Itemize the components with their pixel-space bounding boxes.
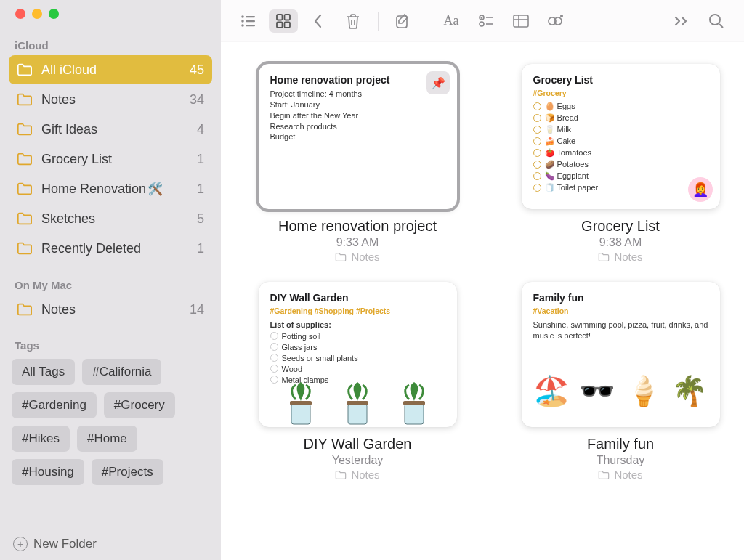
folder-icon [17,92,33,107]
note-body: Sunshine, swimming pool, pizza, fruit, d… [533,320,708,341]
folder-item[interactable]: Notes 14 [9,295,212,324]
link-button[interactable] [541,9,570,33]
tag-chip[interactable]: #California [82,359,161,385]
view-grid-button[interactable] [269,9,298,33]
folder-label: Gift Ideas [41,122,197,137]
supply-item: Glass jars [270,343,445,352]
folder-item[interactable]: All iCloud 45 [9,55,212,84]
note-body: Project timeline: 4 months Start: Januar… [270,89,445,142]
compose-button[interactable] [389,9,418,33]
note-card-title: DIY Wall Garden [270,292,445,304]
note-grocery-list[interactable]: Grocery List#Grocery🥚 Eggs🍞 Bread🥛 Milk🍰… [504,64,737,263]
svg-rect-6 [277,15,283,20]
table-icon [513,15,529,28]
supply-item: Seeds or small plants [270,354,445,362]
folder-icon [17,151,33,167]
folder-label: Home Renovation🛠️ [41,182,197,197]
check-circle-icon [533,126,541,134]
new-folder-label: New Folder [33,537,97,551]
folder-item[interactable]: Grocery List 1 [9,145,212,174]
svg-point-22 [710,15,720,25]
svg-rect-27 [347,401,368,405]
note-time: 9:38 AM [599,236,642,249]
folder-count: 5 [197,211,204,227]
check-circle-icon [533,172,541,180]
note-time: Thursday [597,454,645,467]
svg-rect-9 [285,22,291,28]
check-circle-icon [533,161,541,169]
check-circle-icon [270,365,278,373]
more-button[interactable] [667,9,696,33]
checklist-button[interactable] [472,9,501,33]
svg-rect-15 [514,15,528,27]
note-card[interactable]: Family fun#VacationSunshine, swimming po… [522,282,720,427]
folder-count: 14 [190,302,204,317]
tag-chip[interactable]: All Tags [12,359,75,385]
link-icon [547,14,565,28]
check-circle-icon [270,332,278,340]
check-circle-icon [533,102,541,110]
pin-icon[interactable]: 📌 [426,71,450,94]
note-folder: Notes [335,468,379,481]
main-pane: Aa Home renovation project [221,0,744,560]
window-zoom[interactable] [49,9,59,19]
tag-chip[interactable]: #Projects [92,459,163,485]
note-card[interactable]: DIY Wall Garden#Gardening #Shopping #Pro… [259,282,457,427]
tag-chip[interactable]: #Hikes [12,426,70,452]
tag-chip[interactable]: #Housing [12,459,84,485]
folder-icon [17,240,33,256]
supply-item: Wood [270,365,445,373]
view-list-button[interactable] [234,9,263,33]
note-card-hashtags: #Gardening #Shopping #Projects [270,307,445,315]
note-supplies: Potting soilGlass jarsSeeds or small pla… [270,332,445,384]
tag-chip[interactable]: #Home [77,426,137,452]
folder-count: 4 [197,122,204,137]
svg-rect-24 [291,404,310,424]
checklist-item: 🥚 Eggs [533,102,708,111]
note-card-title: Grocery List [533,74,708,86]
note-card[interactable]: Grocery List#Grocery🥚 Eggs🍞 Bread🥛 Milk🍰… [522,64,720,209]
check-circle-icon [533,114,541,122]
note-card-title: Family fun [533,292,708,304]
family-illustration: 🏖️🕶️🍦🌴 [529,360,713,421]
folder-item[interactable]: Recently Deleted 1 [9,234,212,263]
folder-label: Recently Deleted [41,241,197,256]
folder-item[interactable]: Notes 34 [9,85,212,114]
window-minimize[interactable] [32,9,42,19]
folder-item[interactable]: Gift Ideas 4 [9,115,212,144]
note-body: List of supplies: [270,320,445,330]
table-button[interactable] [506,9,535,33]
search-button[interactable] [702,9,731,33]
svg-point-13 [480,22,484,26]
note-home-renovation[interactable]: Home renovation projectProject timeline:… [241,64,474,263]
note-card-hashtags: #Grocery [533,89,708,97]
sidebar: iCloud All iCloud 45 Notes 34 Gift Ideas… [0,0,221,560]
delete-button[interactable] [339,9,368,33]
folder-item[interactable]: Sketches 5 [9,204,212,233]
collaborator-avatar: 👩‍🦰 [688,177,713,202]
section-header: On My Mac [0,276,221,294]
folder-count: 34 [190,92,204,107]
back-button[interactable] [304,9,333,33]
tags-list: All Tags#California#Gardening#Grocery#Hi… [0,359,221,485]
checklist-item: 🥛 Milk [533,125,708,134]
format-button[interactable]: Aa [437,9,466,33]
chevrons-right-icon [674,16,690,26]
svg-rect-3 [246,20,255,22]
list-icon [240,15,256,28]
tag-chip[interactable]: #Gardening [12,392,97,418]
new-folder-button[interactable]: + New Folder [0,529,221,560]
folder-label: All iCloud [41,62,190,78]
svg-point-4 [241,24,244,27]
window-close[interactable] [15,9,25,19]
note-card[interactable]: Home renovation projectProject timeline:… [259,64,457,209]
folder-item[interactable]: Home Renovation🛠️ 1 [9,174,212,203]
note-family-fun[interactable]: Family fun#VacationSunshine, swimming po… [504,282,737,481]
svg-rect-1 [246,16,255,17]
note-title: DIY Wall Garden [304,436,412,453]
tag-chip[interactable]: #Grocery [104,392,175,418]
note-diy-wall-garden[interactable]: DIY Wall Garden#Gardening #Shopping #Pro… [241,282,474,481]
toolbar-separator [378,12,379,31]
svg-rect-29 [403,401,425,405]
note-title: Home renovation project [278,218,437,235]
